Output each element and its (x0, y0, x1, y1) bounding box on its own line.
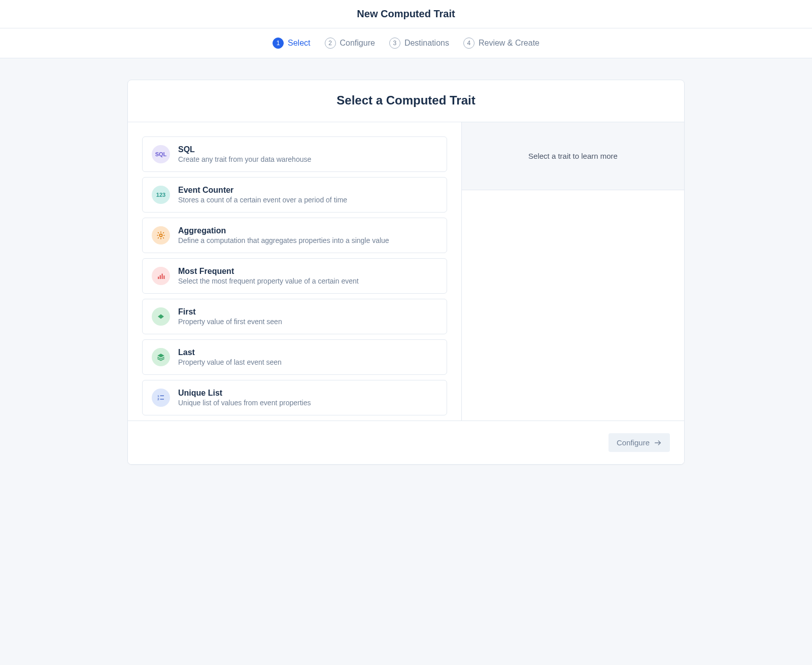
svg-rect-4 (163, 275, 164, 279)
aggregation-icon (152, 226, 170, 244)
bar-chart-icon (152, 267, 170, 285)
trait-desc: Define a computation that aggregates pro… (178, 236, 437, 244)
sql-icon: SQL (152, 145, 170, 163)
page-title: New Computed Trait (0, 8, 812, 20)
details-content (462, 190, 684, 421)
svg-rect-1 (158, 277, 159, 279)
step-label: Review & Create (479, 39, 539, 48)
counter-icon: 123 (152, 186, 170, 204)
trait-text: Unique List Unique list of values from e… (178, 389, 437, 407)
trait-desc: Unique list of values from event propert… (178, 399, 437, 407)
trait-item-aggregation[interactable]: Aggregation Define a computation that ag… (142, 218, 447, 253)
step-label: Destinations (404, 39, 449, 48)
configure-button-label: Configure (617, 438, 650, 447)
svg-rect-3 (162, 274, 163, 279)
trait-title: Aggregation (178, 226, 437, 235)
trait-list: SQL SQL Create any trait from your data … (128, 122, 461, 421)
trait-desc: Create any trait from your data warehous… (178, 155, 437, 163)
step-select[interactable]: 1 Select (273, 38, 310, 49)
step-label: Configure (340, 39, 375, 48)
svg-rect-2 (160, 275, 161, 279)
svg-text:1: 1 (157, 395, 159, 398)
configure-button[interactable]: Configure (608, 433, 670, 452)
trait-item-most-frequent[interactable]: Most Frequent Select the most frequent p… (142, 258, 447, 294)
trait-title: Last (178, 348, 437, 357)
step-configure[interactable]: 2 Configure (325, 38, 375, 49)
step-label: Select (288, 39, 310, 48)
arrow-right-icon (654, 439, 662, 447)
trait-desc: Property value of first event seen (178, 318, 437, 326)
trait-desc: Property value of last event seen (178, 358, 437, 366)
trait-title: First (178, 307, 437, 317)
card-header: Select a Computed Trait (128, 80, 684, 122)
trait-title: Unique List (178, 389, 437, 398)
trait-item-first[interactable]: First Property value of first event seen (142, 299, 447, 334)
trait-text: Aggregation Define a computation that ag… (178, 226, 437, 244)
page-header: New Computed Trait (0, 0, 812, 28)
trait-text: Last Property value of last event seen (178, 348, 437, 366)
workspace: Select a Computed Trait SQL SQL Create a… (0, 58, 812, 665)
stepper: 1 Select 2 Configure 3 Destinations 4 Re… (0, 28, 812, 58)
details-empty-message: Select a trait to learn more (462, 122, 684, 190)
card-body: SQL SQL Create any trait from your data … (128, 122, 684, 421)
trait-text: Most Frequent Select the most frequent p… (178, 267, 437, 285)
details-panel: Select a trait to learn more (461, 122, 684, 421)
trait-item-sql[interactable]: SQL SQL Create any trait from your data … (142, 136, 447, 172)
card-title: Select a Computed Trait (128, 93, 684, 108)
trait-desc: Select the most frequent property value … (178, 277, 437, 285)
diamond-icon (152, 307, 170, 326)
step-review-create[interactable]: 4 Review & Create (463, 38, 539, 49)
svg-text:2: 2 (157, 398, 159, 401)
numbered-list-icon: 12 (152, 389, 170, 407)
trait-title: Most Frequent (178, 267, 437, 276)
card-footer: Configure (128, 421, 684, 464)
layers-icon (152, 348, 170, 366)
trait-item-unique-list[interactable]: 12 Unique List Unique list of values fro… (142, 380, 447, 415)
step-destinations[interactable]: 3 Destinations (389, 38, 449, 49)
trait-item-last[interactable]: Last Property value of last event seen (142, 339, 447, 375)
trait-desc: Stores a count of a certain event over a… (178, 196, 437, 204)
step-number: 3 (389, 38, 400, 49)
trait-text: SQL Create any trait from your data ware… (178, 145, 437, 163)
trait-text: First Property value of first event seen (178, 307, 437, 326)
step-number: 2 (325, 38, 336, 49)
trait-title: SQL (178, 145, 437, 154)
step-number: 4 (463, 38, 475, 49)
svg-point-0 (159, 234, 162, 236)
trait-item-event-counter[interactable]: 123 Event Counter Stores a count of a ce… (142, 177, 447, 213)
trait-text: Event Counter Stores a count of a certai… (178, 186, 437, 204)
trait-title: Event Counter (178, 186, 437, 195)
step-number: 1 (273, 38, 284, 49)
main-card: Select a Computed Trait SQL SQL Create a… (127, 80, 685, 465)
